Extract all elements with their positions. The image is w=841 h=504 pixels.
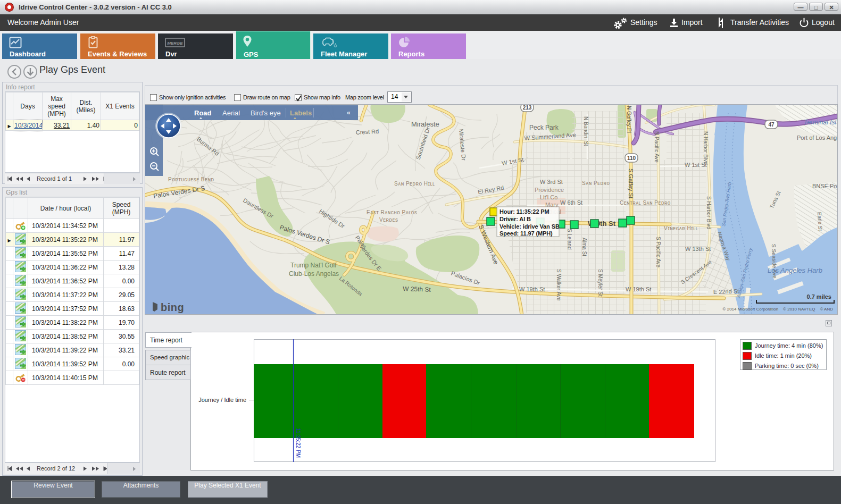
svg-text:Eᴀѕᴛ Rᴀɴᴄʜᴏ Pᴀʟᴏѕ: Eᴀѕᴛ Rᴀɴᴄʜᴏ Pᴀʟᴏѕ (367, 209, 417, 215)
svg-text:11:35:22 PM: 11:35:22 PM (295, 428, 301, 458)
svg-text:Alma St: Alma St (581, 238, 587, 256)
svg-text:S Leland: S Leland (567, 229, 572, 249)
svg-text:Bird's eye: Bird's eye (251, 109, 281, 117)
svg-text:213: 213 (523, 105, 532, 111)
svg-text:Trump Nat'l Golf: Trump Nat'l Golf (290, 262, 337, 269)
svg-text:bing: bing (161, 301, 184, 313)
svg-text:Providence: Providence (535, 187, 564, 193)
svg-text:Miraleste: Miraleste (411, 120, 439, 128)
svg-text:N Gaffey Pl: N Gaffey Pl (626, 106, 632, 133)
svg-text:Earle St: Earle St (817, 212, 823, 231)
svg-text:Driver: Al B: Driver: Al B (499, 216, 531, 222)
svg-text:Cᴇɴᴛʀᴀʟ Sᴀɴ Pᴇᴅʀᴏ: Cᴇɴᴛʀᴀʟ Sᴀɴ Pᴇᴅʀᴏ (620, 200, 671, 206)
svg-text:Port of Los Angel: Port of Los Angel (797, 135, 837, 141)
svg-text:Terminal Isl: Terminal Isl (804, 119, 836, 126)
svg-text:S Walker Ave: S Walker Ave (556, 269, 562, 301)
svg-text:S Gaffey St: S Gaffey St (628, 169, 634, 198)
svg-text:W 25th St: W 25th St (403, 285, 431, 293)
svg-text:«: « (347, 109, 351, 116)
svg-text:Lit'l Co: Lit'l Co (540, 194, 557, 200)
svg-text:Aerial: Aerial (222, 109, 240, 117)
svg-text:MERGE: MERGE (167, 41, 183, 46)
svg-text:Speed: 11.97 (MPH): Speed: 11.97 (MPH) (499, 230, 553, 237)
svg-text:110: 110 (627, 155, 636, 161)
svg-text:Peck Park: Peck Park (529, 124, 559, 131)
svg-text:S Pacific Ave: S Pacific Ave (655, 237, 661, 268)
svg-text:S Meyler St: S Meyler St (597, 269, 603, 297)
svg-text:W 13th St: W 13th St (685, 246, 711, 252)
svg-text:Labels: Labels (290, 109, 312, 117)
svg-text:47: 47 (768, 122, 775, 128)
svg-text:Sᴀɴ Pᴇᴅʀᴏ: Sᴀɴ Pᴇᴅʀᴏ (582, 180, 610, 186)
svg-text:Vᴇʀᴅᴇѕ: Vᴇʀᴅᴇѕ (379, 217, 398, 223)
svg-text:Vehicle: idrive Van SB: Vehicle: idrive Van SB (499, 223, 560, 230)
svg-text:Sᴀɴ Pᴇᴅʀᴏ Hɪʟʟ: Sᴀɴ Pᴇᴅʀᴏ Hɪʟʟ (394, 181, 435, 187)
svg-text:E 22nd St: E 22nd St (713, 288, 739, 295)
svg-text:Crest Rd: Crest Rd (355, 128, 379, 136)
svg-text:Road: Road (194, 109, 212, 117)
svg-text:W 6th St: W 6th St (560, 199, 582, 206)
svg-text:N Pacific Ave: N Pacific Ave (654, 131, 660, 163)
svg-text:W 19th St: W 19th St (519, 286, 545, 292)
svg-text:Pᴏʀᴛᴜɢᴜᴇѕᴇ Bᴇɴᴅ: Pᴏʀᴛᴜɢᴜᴇѕᴇ Bᴇɴᴅ (168, 177, 214, 182)
svg-text:N Bandini St: N Bandini St (583, 116, 589, 146)
svg-text:Club-Los Angelas: Club-Los Angelas (289, 270, 339, 278)
svg-text:BNSF-Port: BNSF-Port (812, 183, 837, 189)
svg-text:W 19th St: W 19th St (626, 286, 651, 292)
svg-text:Vɪɴᴇɢᴀʀ Hɪʟʟ: Vɪɴᴇɢᴀʀ Hɪʟʟ (664, 225, 698, 231)
svg-text:0.7 miles: 0.7 miles (807, 293, 831, 300)
svg-text:W 3rd St: W 3rd St (540, 179, 563, 185)
svg-text:Los Angeles Harb: Los Angeles Harb (768, 266, 822, 274)
svg-text:Hour: 11:35:22 PM: Hour: 11:35:22 PM (499, 208, 549, 215)
svg-text:© 2014 Microsoft Corporation: © 2014 Microsoft Corporation © 2010 NAVT… (723, 307, 834, 312)
svg-text:S Harbor Blvd: S Harbor Blvd (706, 196, 712, 229)
svg-text:N Harbor Blvd: N Harbor Blvd (703, 131, 709, 165)
